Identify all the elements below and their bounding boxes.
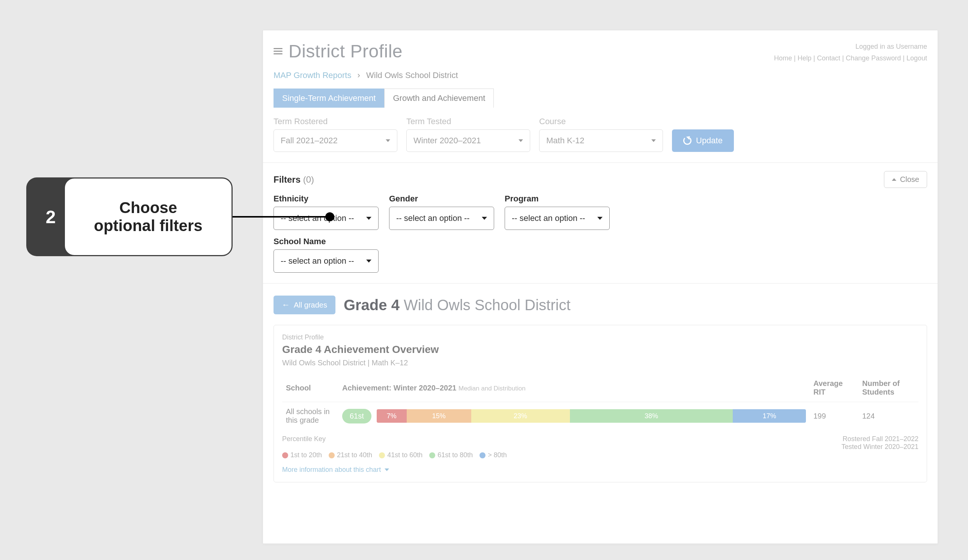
link-help[interactable]: Help — [798, 55, 812, 62]
legend-item: > 80th — [479, 451, 507, 459]
breadcrumb: MAP Growth Reports › Wild Owls School Di… — [263, 67, 938, 88]
achievement-card: District Profile Grade 4 Achievement Ove… — [273, 325, 927, 482]
update-button[interactable]: Update — [672, 129, 734, 152]
chevron-right-icon: › — [358, 71, 360, 80]
legend-rostered: Rostered Fall 2021–2022 — [842, 435, 918, 443]
dist-seg-1: 15% — [407, 409, 471, 423]
cell-rit: 199 — [810, 402, 859, 430]
card-subtitle: Wild Owls School District | Math K–12 — [282, 359, 918, 367]
th-rit: Average RIT — [810, 374, 859, 402]
dist-seg-2: 23% — [471, 409, 570, 423]
legend-item: 21st to 40th — [329, 451, 372, 459]
swatch-icon — [379, 452, 385, 458]
crumb-current: Wild Owls School District — [366, 71, 458, 80]
swatch-icon — [429, 452, 435, 458]
dist-seg-3: 38% — [570, 409, 733, 423]
dist-seg-0: 7% — [377, 409, 407, 423]
app-window: District Profile Logged in as Username H… — [263, 30, 938, 544]
distribution-bar: 7%15%23%38%17% — [377, 409, 806, 423]
cell-distribution: 61st 7%15%23%38%17% — [338, 402, 810, 430]
report-body: All grades Grade 4 Wild Owls School Dist… — [263, 283, 938, 494]
swatch-icon — [479, 452, 486, 458]
select-term-rostered[interactable]: Fall 2021–2022 — [273, 129, 397, 152]
cell-numstudents: 124 — [859, 402, 918, 430]
all-grades-button[interactable]: All grades — [273, 296, 335, 314]
crumb-root[interactable]: MAP Growth Reports — [273, 71, 351, 80]
callout-text: Chooseoptional filters — [64, 177, 233, 256]
legend-item: 61st to 80th — [429, 451, 473, 459]
tabs: Single-Term Achievement Growth and Achie… — [263, 88, 938, 108]
select-term-tested[interactable]: Winter 2020–2021 — [406, 129, 530, 152]
select-gender[interactable]: -- select an option -- — [389, 207, 494, 230]
label-gender: Gender — [389, 194, 494, 204]
header: District Profile Logged in as Username H… — [263, 30, 938, 67]
link-change-password[interactable]: Change Password — [846, 55, 901, 62]
th-distribution: Achievement: Winter 2020–2021 Median and… — [338, 374, 810, 402]
callout-pointer — [233, 216, 330, 217]
tab-growth[interactable]: Growth and Achievement — [384, 88, 494, 108]
legend-item: 41st to 60th — [379, 451, 423, 459]
label-course: Course — [539, 117, 663, 126]
swatch-icon — [282, 452, 288, 458]
legend-title: Percentile Key — [282, 435, 557, 443]
close-filters-button[interactable]: Close — [884, 171, 927, 188]
legend-item: 1st to 20th — [282, 451, 322, 459]
table-row: All schools in this grade 61st 7%15%23%3… — [282, 402, 918, 430]
legend-tested: Tested Winter 2020–2021 — [842, 443, 918, 451]
select-program[interactable]: -- select an option -- — [505, 207, 610, 230]
logged-in-text: Logged in as Username — [774, 41, 927, 53]
link-home[interactable]: Home — [774, 55, 792, 62]
label-term-rostered: Term Rostered — [273, 117, 397, 126]
achievement-table: School Achievement: Winter 2020–2021 Med… — [282, 374, 918, 430]
annotation-callout: 2 Chooseoptional filters — [26, 177, 330, 256]
cell-school: All schools in this grade — [282, 402, 338, 430]
tab-single-term[interactable]: Single-Term Achievement — [273, 88, 384, 108]
select-course[interactable]: Math K-12 — [539, 129, 663, 152]
dist-seg-4: 17% — [733, 409, 806, 423]
card-title: Grade 4 Achievement Overview — [282, 344, 918, 356]
swatch-icon — [329, 452, 335, 458]
label-program: Program — [505, 194, 610, 204]
card-supertitle: District Profile — [282, 333, 918, 341]
median-pill: 61st — [342, 409, 371, 424]
user-links: Logged in as Username Home | Help | Cont… — [774, 41, 927, 64]
refresh-icon — [683, 136, 691, 145]
th-numstudents: Number of Students — [859, 374, 918, 402]
more-info-toggle[interactable]: More information about this chart — [282, 466, 918, 474]
link-logout[interactable]: Logout — [907, 55, 927, 62]
th-school: School — [282, 374, 338, 402]
link-contact[interactable]: Contact — [817, 55, 840, 62]
term-selectors: Term Rostered Fall 2021–2022 Term Tested… — [263, 108, 938, 163]
page-title: District Profile — [288, 41, 403, 61]
legend: Percentile Key 1st to 20th21st to 40th41… — [282, 435, 918, 459]
grade-heading: Grade 4 Wild Owls School District — [344, 297, 571, 313]
label-term-tested: Term Tested — [406, 117, 530, 126]
hamburger-icon[interactable] — [273, 48, 282, 55]
filters-panel: Filters (0) Close Ethnicity -- select an… — [263, 163, 938, 283]
